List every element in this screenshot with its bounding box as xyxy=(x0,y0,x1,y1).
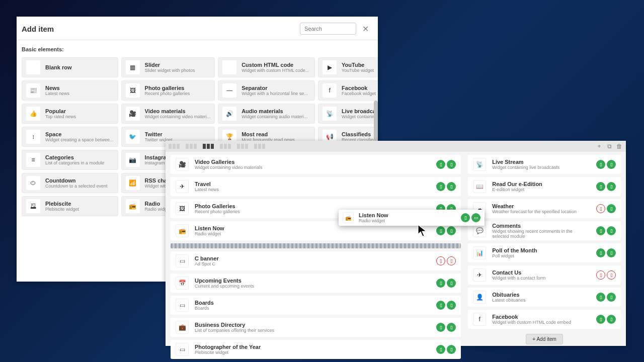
card-title: YouTube xyxy=(342,62,374,68)
widget-row[interactable]: ✈ Travel Latest news ▯▯ xyxy=(171,177,461,196)
element-card[interactable]: — Separator Widget with a horizontal lin… xyxy=(218,80,315,101)
layout-tab-6[interactable] xyxy=(254,144,265,149)
card-title: Slider xyxy=(145,62,195,68)
widget-row[interactable]: ▭ C banner Ad Spot C ▯▯ xyxy=(171,251,461,270)
row-status: ▯▯ xyxy=(436,226,456,235)
row-status: ▯▯ xyxy=(436,323,456,332)
card-icon: ▶ xyxy=(323,60,337,74)
row-desc: Widget with a contact form xyxy=(492,276,590,281)
status-pill: ▯ xyxy=(436,279,445,288)
element-card[interactable]: 🗳 Plebiscite Plebiscite widget xyxy=(22,196,118,216)
element-card[interactable]: Blank row xyxy=(22,57,118,77)
widget-row[interactable]: ☁ Weather Weather forecast for the speci… xyxy=(468,199,621,218)
widget-row[interactable]: f Facebook Widget with custom HTML code … xyxy=(468,310,621,329)
modal-header: Add item ✕ xyxy=(17,17,378,40)
row-icon: 💼 xyxy=(176,321,189,334)
status-pill: ▯ xyxy=(596,293,605,302)
status-pill: ▯ xyxy=(596,226,605,235)
layout-tab-1[interactable] xyxy=(169,144,180,149)
widget-row[interactable]: 🎥 Video Galleries Widget containing vide… xyxy=(171,155,461,174)
card-icon: 📰 xyxy=(26,83,40,98)
row-title: Upcoming Events xyxy=(195,278,430,284)
widget-row[interactable]: 📡 Live Stream Widget containing live bro… xyxy=(468,155,621,174)
row-icon: 📅 xyxy=(176,277,189,290)
status-pill: ▯ xyxy=(447,160,456,169)
status-pill: ▯ xyxy=(447,226,456,235)
card-icon: 🎥 xyxy=(126,107,140,121)
element-card[interactable]: ↕ Space Widget creating a space betwee..… xyxy=(22,127,118,147)
row-title: Comments xyxy=(492,223,590,229)
status-pill: ▯ xyxy=(436,256,445,265)
drag-ghost: 📻 Listen Now Radio widget ▯ ▭ xyxy=(339,210,485,226)
trash-icon[interactable]: 🗑 xyxy=(616,143,623,150)
widget-row[interactable]: 💼 Business Directory List of companies o… xyxy=(171,318,461,337)
status-pill: ▯ xyxy=(447,301,456,310)
plus-icon[interactable]: + xyxy=(596,143,603,150)
row-status: ▯▯ xyxy=(596,315,616,324)
status-pill: ▯ xyxy=(607,315,616,324)
layout-tab-2[interactable] xyxy=(186,144,197,149)
element-card[interactable]: 🖼 Photo galleries Recent photo galleries xyxy=(121,80,215,101)
row-title: Boards xyxy=(195,300,430,306)
card-icon: 🐦 xyxy=(126,130,140,144)
card-icon: 🔊 xyxy=(222,107,236,121)
card-title: Space xyxy=(45,131,114,137)
status-pill: ▯ xyxy=(447,323,456,332)
status-pill: ▯ xyxy=(596,160,605,169)
row-title: Contact Us xyxy=(492,269,590,276)
element-card[interactable]: ≡ Categories List of categories in a mod… xyxy=(22,150,118,170)
card-icon: 📡 xyxy=(323,107,337,121)
row-icon: ▭ xyxy=(176,343,189,356)
status-pill: ▯ xyxy=(596,182,605,191)
copy-icon[interactable]: ⧉ xyxy=(606,143,613,150)
card-title: Twitter xyxy=(145,131,173,137)
status-desktop-icon: ▭ xyxy=(471,213,480,222)
close-icon[interactable]: ✕ xyxy=(360,24,371,34)
status-pill: ▯ xyxy=(436,323,445,332)
row-desc: Ad Spot C xyxy=(195,261,430,266)
element-card[interactable]: 👍 Popular Top rated news xyxy=(22,104,118,124)
layout-tab-3[interactable] xyxy=(203,144,214,149)
widget-row[interactable]: 📅 Upcoming Events Current and upcoming e… xyxy=(171,274,461,293)
search-input[interactable] xyxy=(300,23,356,35)
layout-tab-4[interactable] xyxy=(220,144,231,149)
layout-tab-5[interactable] xyxy=(237,144,248,149)
row-status: ▯▯ xyxy=(436,279,456,288)
element-card[interactable]: 🎥 Video materials Widget containing vide… xyxy=(121,104,215,124)
card-title: Plebiscite xyxy=(45,201,79,207)
element-card[interactable]: 🔊 Audio materials Widget containing audi… xyxy=(218,104,315,124)
status-pill: ▯ xyxy=(436,301,445,310)
card-title: Live broadcasts xyxy=(342,108,378,114)
card-icon: ⏲ xyxy=(26,176,40,190)
status-pill: ▯ xyxy=(447,279,456,288)
row-title: Listen Now xyxy=(195,225,430,231)
widget-row[interactable]: 💬 Comments Widget showing recent comment… xyxy=(468,221,621,240)
card-title: Photo galleries xyxy=(145,85,190,91)
widget-row[interactable]: ▭ Boards Boards ▯▯ xyxy=(171,296,461,315)
element-card[interactable]: ▶ YouTube YouTube widget xyxy=(318,57,378,77)
add-item-button[interactable]: + Add item xyxy=(526,334,563,344)
status-pill: ▯ xyxy=(447,182,456,191)
element-card[interactable]: f Facebook Facebook widget xyxy=(318,80,378,101)
card-icon: ↕ xyxy=(26,130,40,144)
card-icon: — xyxy=(222,83,236,98)
row-icon: 📊 xyxy=(473,246,486,259)
drop-placeholder xyxy=(171,243,461,248)
widget-row[interactable]: ▭ Photographer of the Year Plebiscite wi… xyxy=(171,340,461,359)
element-card[interactable]: Custom HTML code Widget with custom HTML… xyxy=(218,57,315,77)
element-card[interactable]: ⏲ Countdown Countdown to a selected even… xyxy=(22,173,118,193)
widget-row[interactable]: ✈ Contact Us Widget with a contact form … xyxy=(468,265,621,285)
element-card[interactable]: ▦ Slider Slider widget with photos xyxy=(121,57,215,77)
widget-row[interactable]: 📖 Read Our e-Edition E-edition widget ▯▯ xyxy=(468,177,621,196)
widget-row[interactable]: 📊 Poll of the Month Poll widget ▯▯ xyxy=(468,243,621,262)
widget-row[interactable]: 👤 Obituaries Latest obituaries ▯▯ xyxy=(468,288,621,307)
card-icon: 📶 xyxy=(126,176,140,190)
card-title: Categories xyxy=(45,154,104,160)
element-card[interactable]: 📡 Live broadcasts Widget containing live… xyxy=(318,104,378,124)
section-label: Basic elements: xyxy=(22,46,373,52)
element-card[interactable]: 📰 News Latest news xyxy=(22,80,118,101)
scrollbar[interactable] xyxy=(374,101,378,141)
status-pill: ▯ xyxy=(607,248,616,257)
card-title: Custom HTML code xyxy=(242,62,309,68)
row-icon: 📖 xyxy=(473,180,486,193)
